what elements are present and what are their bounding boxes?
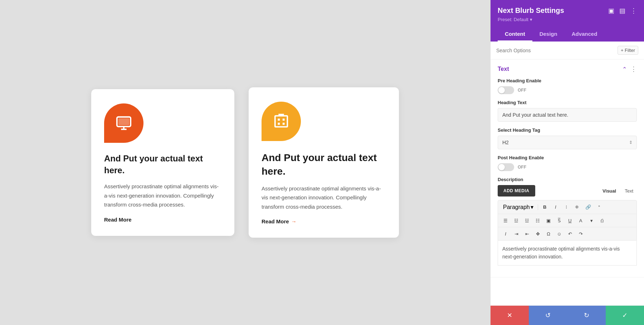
card-2-readmore[interactable]: Read More [262,218,297,224]
redo-editor-button[interactable]: ↷ [576,229,585,238]
editor-content[interactable]: Assertively procrastinate optimal alignm… [498,241,637,266]
visual-text-tabs: Visual Text [599,186,637,196]
card-1-body: Assertively procrastinate optimal alignm… [104,182,221,209]
heading-text-input[interactable] [498,108,637,122]
quote-button[interactable]: “ [595,203,604,212]
svg-rect-8 [283,123,285,125]
tab-visual[interactable]: Visual [599,186,620,196]
strikethrough-button[interactable]: S̅ [555,216,564,225]
italic2-button[interactable]: I [501,229,510,238]
svg-rect-4 [275,116,288,127]
editor-toolbar: Paragraph ▾ B I ⁝ ⁜ 🔗 “ ☰ ☳ [498,200,637,241]
section-more-icon[interactable]: ⋮ [630,65,637,73]
pre-heading-row: Pre Heading Enable OFF [498,78,637,94]
pre-heading-toggle[interactable] [498,86,514,94]
tab-text[interactable]: Text [621,186,637,196]
post-heading-toggle-label: OFF [518,165,526,170]
underline-button[interactable]: U [565,216,575,225]
svg-rect-3 [118,118,130,125]
paragraph-label: Paragraph [503,204,530,210]
heading-tag-label: Select Heading Tag [498,127,637,133]
outdent-button[interactable]: ⇤ [522,229,532,238]
panel-title-row: Next Blurb Settings ▣ ▤ ⋮ [498,6,637,15]
heading-text-row: Heading Text [498,100,637,122]
card-2-body: Assertively procrastinate optimal alignm… [262,184,386,212]
tab-design[interactable]: Design [532,27,565,42]
align-center-button[interactable]: ☳ [512,216,521,225]
add-media-button[interactable]: ADD MEDIA [498,185,535,197]
cancel-button[interactable]: ✕ [491,306,529,325]
layout-icon[interactable]: ▤ [619,7,625,15]
monitor-icon [116,115,132,131]
pre-heading-toggle-row: OFF [498,86,637,94]
panel-header: Next Blurb Settings ▣ ▤ ⋮ Preset: Defaul… [491,0,644,42]
collapse-icon[interactable]: ⌃ [622,66,627,73]
toolbar-row-1: Paragraph ▾ B I ⁝ ⁜ 🔗 “ [498,200,636,214]
blurb-card-1: And Put your actual text here. Assertive… [91,89,234,236]
svg-rect-5 [278,118,280,121]
tab-advanced[interactable]: Advanced [565,27,605,42]
heading-tag-row: Select Heading Tag H1 H2 H3 H4 H5 H6 [498,127,637,149]
post-heading-row: Post Heading Enable OFF [498,155,637,171]
save-button[interactable]: ✓ [606,306,644,325]
align-left-button[interactable]: ☰ [501,216,510,225]
omega-button[interactable]: Ω [544,229,553,238]
building-icon [273,113,289,130]
search-bar: + Filter [491,42,644,59]
card-2-heading: And Put your actual text here. [262,151,386,178]
paste-special-button[interactable]: ⎙ [597,216,607,225]
emoji-button[interactable]: ☺ [555,229,564,238]
text-color-button[interactable]: A [576,216,585,225]
more-options-icon[interactable]: ⋮ [630,7,637,15]
card-1-readmore[interactable]: Read More [104,217,132,223]
toolbar-row-2: ☰ ☳ ☳ ☷ ▣ S̅ U A ▾ ⎙ [498,214,636,227]
paragraph-dropdown[interactable]: Paragraph ▾ [501,203,536,212]
unordered-list-button[interactable]: ⁝ [562,203,571,212]
heading-text-label: Heading Text [498,100,637,105]
filter-button[interactable]: + Filter [618,46,638,55]
blurb-icon-wrap-2 [262,102,301,141]
svg-rect-6 [283,118,285,121]
description-label: Description [498,177,637,182]
undo-button[interactable]: ↺ [529,306,567,325]
bold-button[interactable]: B [540,203,550,212]
undo-editor-button[interactable]: ↶ [565,229,575,238]
redo-button[interactable]: ↻ [567,306,606,325]
card-1-heading: And Put your actual text here. [104,153,221,176]
description-row: Description ADD MEDIA Visual Text Paragr… [498,177,637,266]
fullscreen-button[interactable]: ✥ [533,229,542,238]
toolbar-row-3: I ⇥ ⇤ ✥ Ω ☺ ↶ ↷ [498,227,636,240]
bottom-bar: ✕ ↺ ↻ ✓ [491,305,644,325]
tab-content[interactable]: Content [498,27,532,42]
post-heading-label: Post Heading Enable [498,155,637,160]
indent-button[interactable]: ⇥ [512,229,521,238]
italic-button[interactable]: I [551,203,560,212]
post-heading-toggle-knob [498,164,505,170]
post-heading-toggle[interactable] [498,163,514,171]
description-header: ADD MEDIA Visual Text [498,185,637,197]
pre-heading-label: Pre Heading Enable [498,78,637,83]
text-section: Text ⌃ ⋮ Pre Heading Enable OFF Heading [491,59,644,277]
blurb-icon-wrap-1 [104,103,143,143]
heading-tag-select[interactable]: H1 H2 H3 H4 H5 H6 [498,136,637,149]
align-right-button[interactable]: ☳ [522,216,532,225]
panel-preset[interactable]: Preset: Default ▾ [498,17,637,22]
panel-header-icons: ▣ ▤ ⋮ [608,7,637,15]
align-justify-button[interactable]: ☷ [533,216,542,225]
panel-body: + Filter Text ⌃ ⋮ Pre Heading Enable OF [491,42,644,305]
section-header: Text ⌃ ⋮ [498,65,637,73]
panel-title: Next Blurb Settings [498,6,564,15]
heading-tag-select-wrap: H1 H2 H3 H4 H5 H6 [498,136,637,149]
blurb-card-2: And Put your actual text here. Assertive… [249,87,399,238]
section-header-icons: ⌃ ⋮ [622,65,637,73]
svg-rect-7 [278,123,280,125]
panel-tabs: Content Design Advanced [498,27,637,42]
search-input[interactable] [496,48,615,53]
ordered-list-button[interactable]: ⁜ [572,203,582,212]
table-button[interactable]: ▣ [544,216,553,225]
toolbar-divider-1 [538,204,538,210]
post-heading-toggle-row: OFF [498,163,637,171]
responsive-icon[interactable]: ▣ [608,7,614,15]
text-color-arrow[interactable]: ▾ [587,216,596,225]
link-button[interactable]: 🔗 [583,203,593,212]
